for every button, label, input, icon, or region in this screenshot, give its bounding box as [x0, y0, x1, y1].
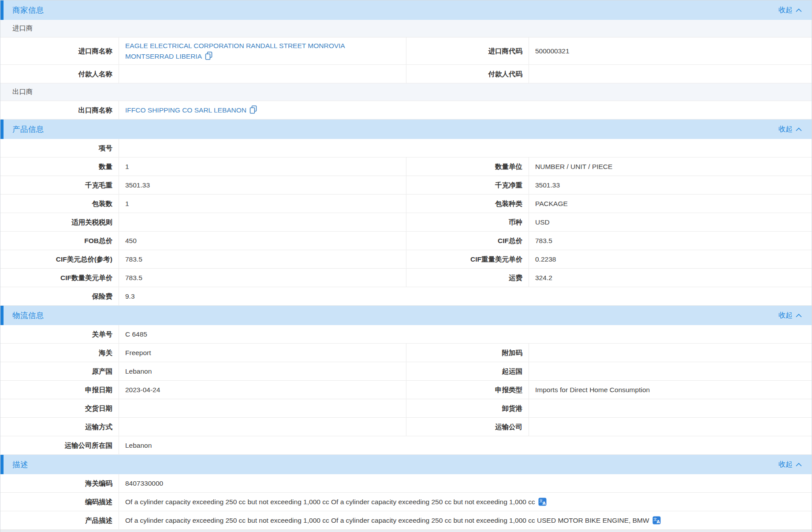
copy-icon[interactable] [250, 105, 257, 114]
field-value: 1 [119, 157, 406, 176]
field-label: 千克毛重 [0, 176, 119, 194]
field-value: 1 [119, 195, 406, 213]
field-label: 海关 [0, 344, 119, 362]
field-value: 2023-04-24 [119, 381, 406, 399]
row-quantity: 数量 1 数量单位 NUMBER / UNIT / PIECE [0, 157, 812, 176]
row-gross-weight: 千克毛重 3501.33 千克净重 3501.33 [0, 176, 812, 195]
field-label: 原产国 [0, 362, 119, 380]
translate-icon[interactable]: 文A [538, 498, 547, 506]
row-tariff: 适用关税税则 币种 USD [0, 213, 812, 232]
collapse-button-description[interactable]: 收起 [778, 460, 802, 469]
field-value: 783.5 [119, 269, 406, 287]
field-value: 450 [119, 232, 406, 250]
field-value: Lebanon [119, 436, 812, 454]
field-value: 500000321 [529, 37, 812, 64]
collapse-button-logistics[interactable]: 收起 [778, 311, 802, 320]
field-label: 编码描述 [0, 493, 119, 511]
field-value [119, 139, 812, 157]
field-label: 保险费 [0, 287, 119, 305]
field-label: 付款人代码 [406, 65, 529, 83]
field-label: CIF美元总价(参考) [0, 250, 119, 268]
row-item-no: 项号 [0, 139, 812, 157]
field-value [119, 65, 406, 83]
field-value: 3501.33 [119, 176, 406, 194]
field-label: 交货日期 [0, 399, 119, 417]
subheader-exporter: 出口商 [0, 83, 812, 101]
field-label: 进口商名称 [0, 37, 119, 64]
field-value: USD [529, 213, 812, 231]
exporter-name-link[interactable]: IFFCO SHIPPING CO SARL LEBANON [125, 106, 246, 114]
field-label: 申报类型 [406, 381, 529, 399]
collapse-label: 收起 [778, 125, 793, 134]
field-label: 关单号 [0, 325, 119, 343]
row-insurance: 保险费 9.3 [0, 287, 812, 306]
field-label: 千克净重 [406, 176, 529, 194]
row-cif-usd-total: CIF美元总价(参考) 783.5 CIF重量美元单价 0.2238 [0, 250, 812, 269]
importer-name-link[interactable]: EAGLE ELECTRICAL CORPORATION RANDALL STR… [125, 42, 345, 60]
collapse-label: 收起 [778, 460, 793, 469]
field-value: EAGLE ELECTRICAL CORPORATION RANDALL STR… [119, 37, 406, 64]
field-value: Imports for Direct Home Consumption [529, 381, 812, 399]
collapse-button-merchant[interactable]: 收起 [778, 6, 802, 15]
product-desc-text: Of a cylinder capacity exceeding 250 cc … [125, 516, 649, 525]
field-value: Freeport [119, 344, 406, 362]
field-value [529, 399, 812, 417]
collapse-label: 收起 [778, 311, 793, 320]
field-label: 起运国 [406, 362, 529, 380]
section-header-merchant: 商家信息 收起 [0, 0, 812, 20]
page-bottom-strip [0, 530, 812, 532]
row-payer: 付款人名称 付款人代码 [0, 65, 812, 83]
field-value: 324.2 [529, 269, 812, 287]
field-label: 运输公司 [406, 418, 529, 436]
trade-record-detail: 商家信息 收起 进口商 进口商名称 EAGLE ELECTRICAL CORPO… [0, 0, 812, 532]
row-product-desc: 产品描述 Of a cylinder capacity exceeding 25… [0, 511, 812, 530]
row-origin-country: 原产国 Lebanon 起运国 [0, 362, 812, 381]
section-header-logistics: 物流信息 收起 [0, 306, 812, 325]
chevron-up-icon [796, 463, 802, 467]
row-fob: FOB总价 450 CIF总价 783.5 [0, 232, 812, 250]
field-label: 产品描述 [0, 511, 119, 529]
field-value: PACKAGE [529, 195, 812, 213]
subheader-importer: 进口商 [0, 20, 812, 37]
translate-icon[interactable]: 文A [652, 516, 661, 525]
copy-icon[interactable] [205, 52, 212, 60]
field-value [119, 399, 406, 417]
row-customs-no: 关单号 C 6485 [0, 325, 812, 344]
chevron-up-icon [796, 127, 802, 131]
section-title-product: 产品信息 [12, 124, 44, 135]
row-transport-company-country: 运输公司所在国 Lebanon [0, 436, 812, 455]
field-label: 项号 [0, 139, 119, 157]
field-value [119, 213, 406, 231]
field-label: 出口商名称 [0, 101, 119, 119]
field-label: 适用关税税则 [0, 213, 119, 231]
row-delivery-date: 交货日期 卸货港 [0, 399, 812, 418]
field-label: 运输公司所在国 [0, 436, 119, 454]
row-packages: 包装数 1 包装种类 PACKAGE [0, 195, 812, 213]
field-label: 数量单位 [406, 157, 529, 176]
field-value [529, 418, 812, 436]
field-value: 9.3 [119, 287, 812, 305]
row-importer-name: 进口商名称 EAGLE ELECTRICAL CORPORATION RANDA… [0, 37, 812, 65]
field-value: Of a cylinder capacity exceeding 250 cc … [119, 511, 812, 529]
section-header-product: 产品信息 收起 [0, 120, 812, 139]
field-label: 海关编码 [0, 474, 119, 492]
field-label: 卸货港 [406, 399, 529, 417]
field-value [529, 65, 812, 83]
field-label: 运费 [406, 269, 529, 287]
field-value: Of a cylinder capacity exceeding 250 cc … [119, 493, 812, 511]
field-label: CIF重量美元单价 [406, 250, 529, 268]
chevron-up-icon [796, 314, 802, 318]
field-value [529, 344, 812, 362]
row-declare-date: 申报日期 2023-04-24 申报类型 Imports for Direct … [0, 381, 812, 399]
field-label: FOB总价 [0, 232, 119, 250]
field-label: 数量 [0, 157, 119, 176]
field-label: 包装种类 [406, 195, 529, 213]
field-label: 附加码 [406, 344, 529, 362]
row-customs: 海关 Freeport 附加码 [0, 344, 812, 362]
row-transport-mode: 运输方式 运输公司 [0, 418, 812, 436]
field-label: CIF总价 [406, 232, 529, 250]
collapse-button-product[interactable]: 收起 [778, 125, 802, 134]
field-label: 币种 [406, 213, 529, 231]
field-label: 运输方式 [0, 418, 119, 436]
field-value: 783.5 [119, 250, 406, 268]
